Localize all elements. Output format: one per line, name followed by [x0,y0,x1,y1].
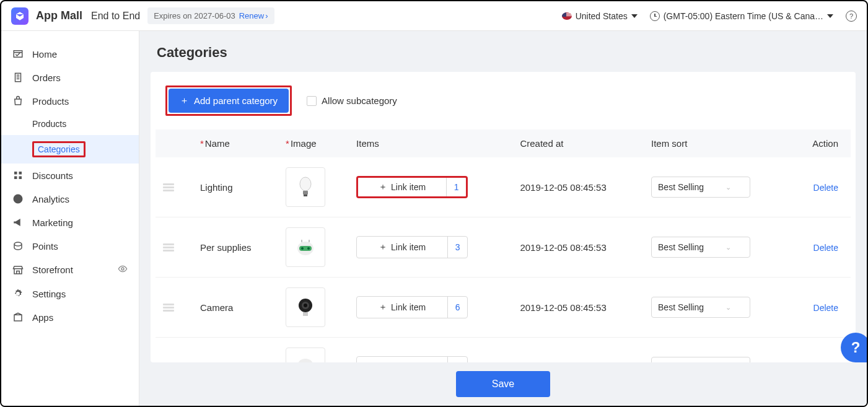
sidebar-item-label: Categories [38,144,80,154]
sidebar-item-label: Products [32,96,69,107]
timezone-selector[interactable]: (GMT-05:00) Eastern Time (US & Cana… [650,11,833,21]
sidebar: HomeOrdersProductsProductsCategoriesDisc… [1,31,139,406]
sidebar-item-orders[interactable]: Orders [1,66,139,89]
home-icon [12,48,24,59]
add-parent-category-button[interactable]: ＋ Add parent category [169,89,289,113]
link-item-button[interactable]: ＋Link item10 [356,356,468,362]
storefront-icon [12,265,24,276]
link-item-count: 6 [447,297,467,318]
item-sort-select[interactable]: Best Selling⌄ [651,237,750,258]
cell-name: Security [193,338,278,363]
plus-icon: ＋ [180,95,189,107]
delete-link[interactable]: Delete [813,243,838,253]
item-sort-select[interactable]: Best Selling⌄ [651,357,750,362]
svg-rect-12 [303,312,308,316]
sidebar-item-points[interactable]: Points [1,234,139,258]
sidebar-item-label: Home [32,49,57,59]
sidebar-item-label: Marketing [32,217,73,228]
caret-down-icon [827,14,833,18]
plus-icon: ＋ [379,302,387,313]
plus-icon: ＋ [379,242,387,253]
svg-rect-2 [304,195,307,196]
sidebar-item-categories[interactable]: Categories [1,135,139,164]
sidebar-item-marketing[interactable]: Marketing [1,211,139,234]
cell-name: Lighting [193,157,278,217]
drag-handle-icon[interactable] [163,183,175,191]
table-row: Per supplies＋Link item32019-12-05 08:45:… [156,217,851,278]
page-title: Categories [139,31,867,72]
footer-bar: Save [139,362,867,406]
analytics-icon [12,193,24,204]
delete-link[interactable]: Delete [813,183,838,193]
toolbar: ＋ Add parent category Allow subcategory [151,72,856,129]
sidebar-item-label: Analytics [32,194,69,204]
country-selector[interactable]: United States [562,11,638,21]
apps-icon [12,312,24,323]
svg-point-11 [304,304,307,307]
chevron-right-icon: › [265,11,268,20]
allow-subcategory-checkbox[interactable]: Allow subcategory [307,95,397,106]
link-item-button[interactable]: ＋Link item6 [356,296,468,318]
plus-icon: ＋ [379,182,387,193]
sidebar-item-products[interactable]: Products [1,113,139,135]
table-row: Security＋Link item102019-12-05 08:45:53B… [156,338,851,363]
expiry-label: Expires on 2027-06-03 [154,11,235,20]
eye-icon[interactable] [118,264,128,276]
app-logo-icon [11,7,28,25]
category-image[interactable] [286,227,325,267]
marketing-icon [12,217,24,228]
save-button[interactable]: Save [456,371,550,397]
help-icon[interactable]: ? [846,11,857,22]
sidebar-item-products[interactable]: Products [1,89,139,113]
cell-created: 2019-12-05 08:45:53 [512,338,644,363]
add-parent-highlight: ＋ Add parent category [165,85,292,116]
chevron-down-icon: ⌄ [726,243,731,252]
renew-link[interactable]: Renew › [239,11,268,20]
sidebar-item-label: Products [32,119,66,129]
sidebar-item-apps[interactable]: Apps [1,305,139,329]
sidebar-item-storefront[interactable]: Storefront [1,258,139,282]
link-item-count: 3 [447,237,467,258]
flag-icon [562,12,572,20]
main-content: Categories ＋ Add parent category Allow s… [139,31,867,406]
products-icon [12,95,24,107]
checkbox-icon [307,96,317,106]
category-image[interactable] [286,348,325,362]
link-item-button[interactable]: ＋Link item3 [356,236,468,258]
item-sort-select[interactable]: Best Selling⌄ [651,297,750,318]
cell-name: Camera [193,278,278,338]
discounts-icon [12,170,24,181]
item-sort-select[interactable]: Best Selling⌄ [651,177,750,198]
sidebar-item-analytics[interactable]: Analytics [1,187,139,211]
drag-handle-icon[interactable] [163,304,175,312]
col-action: Action [791,129,851,157]
svg-point-6 [307,247,310,250]
chevron-down-icon: ⌄ [726,183,731,191]
cell-created: 2019-12-05 08:45:53 [512,278,644,338]
sidebar-item-discounts[interactable]: Discounts [1,164,139,187]
link-item-count: 10 [447,357,467,362]
floating-help-button[interactable]: ? [841,333,868,362]
caret-down-icon [631,14,638,18]
col-created: Created at [512,129,644,157]
link-item-button[interactable]: ＋Link item1 [356,176,468,198]
sidebar-item-settings[interactable]: Settings [1,282,139,305]
category-image[interactable] [286,167,325,207]
app-subtitle: End to End [91,11,140,22]
sidebar-item-label: Apps [32,312,53,323]
app-name: App Mall [36,9,82,22]
category-image[interactable] [286,287,325,327]
delete-link[interactable]: Delete [813,303,838,313]
col-name: *Name [193,129,278,157]
sidebar-item-label: Storefront [32,265,73,275]
cell-name: Per supplies [193,217,278,278]
svg-point-0 [300,177,311,191]
content-card: ＋ Add parent category Allow subcategory [151,72,856,362]
col-sort: Item sort [644,129,791,157]
categories-table: *Name *Image Items Created at Item sort … [156,129,851,362]
svg-point-5 [301,247,304,250]
sidebar-item-home[interactable]: Home [1,42,139,66]
chevron-down-icon: ⌄ [726,304,731,312]
drag-handle-icon[interactable] [163,243,175,252]
cell-created: 2019-12-05 08:45:53 [512,217,644,278]
